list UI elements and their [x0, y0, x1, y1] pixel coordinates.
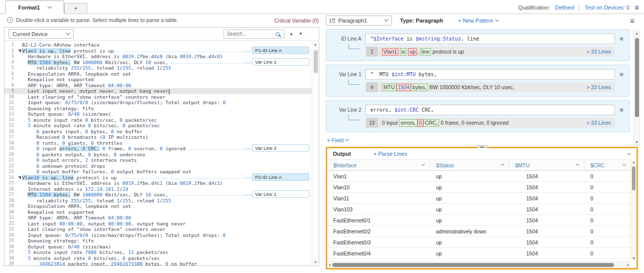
code-line-13[interactable]: 13 Output queue: 0/40 (size/max)	[5, 111, 312, 117]
tab-format1[interactable]: Format1	[5, 1, 64, 14]
code-line-14[interactable]: 14 5 minute input rate 0 bits/sec, 0 pac…	[5, 117, 312, 123]
code-line-22[interactable]: 22 0 unknown protocol drops	[5, 163, 312, 169]
code-line-16[interactable]: 16 0 packets input, 0 bytes, 0 no buffer	[5, 129, 312, 135]
scroll-right-icon[interactable]: ▸	[627, 263, 629, 266]
scroll-down-icon[interactable]: ▼	[314, 260, 317, 264]
line-label-var-line-1[interactable]: Var Line 1	[252, 58, 309, 66]
card-menu-icon[interactable]: ≡	[617, 35, 625, 43]
code-line-21[interactable]: 21 0 output errors, 2 interface resets	[5, 157, 312, 163]
code-line-20[interactable]: 20 0 packets output, 0 bytes, 0 underrun…	[5, 152, 312, 158]
code-line-29[interactable]: 29 Encapsulation ARPA, loopback not set	[5, 203, 312, 209]
scrollbar-thumb[interactable]	[632, 166, 635, 190]
fold-icon[interactable]	[18, 48, 22, 54]
pattern-input[interactable]: ^ MTU $int:MTU bytes,	[365, 69, 615, 80]
code-vertical-scrollbar[interactable]: ▲ ▼	[312, 41, 319, 265]
matched-lines-link[interactable]: > 33 Lines	[582, 49, 611, 55]
line-label-p2-id-line-a[interactable]: P2-ID Line A	[252, 173, 309, 181]
table-row[interactable]: Vlan11up15040	[327, 193, 630, 204]
code-line-32[interactable]: 32 Last input 00:00:00, output 00:00:00,…	[5, 221, 312, 227]
minimize-icon[interactable]: −	[627, 150, 631, 157]
code-line-15[interactable]: 15 5 minute output rate 0 bits/sec, 0 pa…	[5, 123, 312, 129]
matched-lines-link[interactable]: > 33 Lines	[582, 84, 611, 90]
critical-variable-link[interactable]: Critical Variable (0)	[261, 18, 319, 24]
literal-token[interactable]: bytes,	[411, 84, 428, 91]
scroll-down-icon[interactable]: ▼	[632, 256, 635, 260]
code-line-39[interactable]: 39 344623814 packets input, 29461673380 …	[5, 261, 312, 265]
line-label-p1-id-line-a[interactable]: P1-ID Line A	[252, 47, 309, 54]
add-field-button[interactable]: + Field	[327, 137, 348, 143]
literal-token[interactable]: is	[400, 48, 407, 56]
table-row[interactable]: FastEthernet0/3up15040	[327, 237, 630, 248]
search-prev-button[interactable]: ▲	[288, 32, 294, 36]
column-header-crc[interactable]: $CRC	[584, 160, 630, 170]
device-dropdown[interactable]: Current Device	[9, 29, 74, 39]
code-line-17[interactable]: 17 Received 0 broadcasts (0 IP multicast…	[5, 134, 312, 140]
code-line-34[interactable]: 34 Input queue: 0/75/0/0 (size/max/drops…	[5, 232, 312, 238]
code-line-6[interactable]: 6 Encapsulation ARPA, loopback not set	[5, 71, 312, 77]
test-on-devices-link[interactable]: Test on Devices: 0	[584, 5, 629, 11]
code-line-12[interactable]: 12 Queueing strategy: fifo	[5, 106, 312, 112]
table-row[interactable]: FastEthernet0/1up15040	[327, 215, 630, 226]
code-line-11[interactable]: 11 Input queue: 0/75/0/0 (size/max/drops…	[5, 100, 312, 106]
code-line-7[interactable]: 7 Keepalive not supported	[5, 77, 312, 83]
search-input[interactable]	[227, 31, 276, 37]
scrollbar-thumb[interactable]	[332, 263, 614, 267]
qualification-value-link[interactable]: Defined	[555, 5, 574, 11]
variable-token[interactable]: 0	[417, 119, 423, 127]
search-next-button[interactable]: ▼	[298, 32, 304, 36]
scroll-up-icon[interactable]: ▲	[632, 160, 635, 164]
output-collapse-handle[interactable]	[477, 145, 487, 148]
variable-token[interactable]: 1504	[396, 84, 411, 91]
code-line-30[interactable]: 30 Keepalive not supported	[5, 209, 312, 215]
add-tab-button[interactable]: +	[64, 3, 87, 14]
table-row[interactable]: FastEthernet0/2administratively down1504…	[327, 226, 630, 237]
code-line-36[interactable]: 36 Output queue: 0/40 (size/max)	[5, 244, 312, 250]
table-row[interactable]: Vlan10up15040	[327, 182, 630, 193]
code-line-35[interactable]: 35 Queueing strategy: fifo	[5, 238, 312, 244]
scrollbar-thumb[interactable]	[635, 38, 639, 117]
new-pattern-button[interactable]: + New Pattern	[458, 18, 498, 24]
table-row[interactable]: Vlan103up15040	[327, 204, 630, 215]
code-line-9[interactable]: 9 Last input never, output never, output…	[5, 88, 312, 94]
code-line-31[interactable]: 31 ARP type: ARPA, ARP Timeout 04:00:00	[5, 215, 312, 221]
code-line-28[interactable]: 28 reliability 255/255, txload 1/255, rx…	[5, 198, 312, 204]
card-menu-icon[interactable]: ≡	[617, 71, 625, 78]
literal-token[interactable]: errors,	[399, 119, 417, 127]
code-line-38[interactable]: 38 5 minute output rate 0 bits/sec, 0 pa…	[5, 255, 312, 261]
output-horizontal-scrollbar[interactable]: ◂ ▸	[327, 261, 630, 268]
variable-token[interactable]: up	[408, 48, 417, 56]
literal-token[interactable]: CRC,	[423, 119, 440, 127]
literal-token[interactable]: MTU	[382, 84, 396, 91]
scrollbar-thumb[interactable]	[314, 50, 318, 73]
line-label-var-line-1[interactable]: Var Line 1	[252, 190, 309, 198]
scroll-up-icon[interactable]: ▲	[314, 43, 317, 46]
literal-token[interactable]: line	[420, 48, 431, 56]
output-vertical-scrollbar[interactable]: ▲ ▼	[630, 159, 636, 261]
scroll-left-icon[interactable]: ◂	[329, 263, 331, 266]
variable-token[interactable]: Vlan1	[382, 48, 398, 56]
fold-icon[interactable]	[18, 175, 22, 181]
code-line-8[interactable]: 8 ARP type: ARPA, ARP Timeout 04:00:00	[5, 83, 312, 89]
pattern-menu-icon[interactable]: ≡	[630, 17, 634, 25]
scrollbar-track[interactable]	[332, 262, 626, 267]
parse-lines-button[interactable]: + Parse Lines	[373, 151, 407, 157]
pattern-input[interactable]: errors, $int:CRC CRC,	[365, 105, 615, 115]
code-line-25[interactable]: 25 Hardware is EtherSVI, address is 0019…	[5, 180, 312, 186]
column-header-status[interactable]: $Status	[430, 160, 509, 170]
scroll-down-icon[interactable]: ▼	[635, 140, 638, 144]
line-label-var-line-2[interactable]: Var Line 2	[252, 144, 309, 152]
pattern-input[interactable]: ^$Interface is $mstring:Status, line	[365, 34, 615, 44]
table-row[interactable]: Vlan1up15040	[327, 171, 630, 182]
code-line-37[interactable]: 37 5 minute input rate 7000 bits/sec, 11…	[5, 249, 312, 255]
card-menu-icon[interactable]: ≡	[617, 106, 625, 114]
paragraph-dropdown[interactable]: Paragraph1	[326, 16, 392, 26]
table-row[interactable]: FastEthernet0/4up15040	[327, 248, 630, 259]
code-line-5[interactable]: 5 reliability 255/255, txload 1/255, rxl…	[5, 65, 312, 71]
code-line-10[interactable]: 10 Last clearing of "show interface" cou…	[5, 94, 312, 100]
matched-lines-link[interactable]: > 33 Lines	[582, 120, 611, 126]
scroll-up-icon[interactable]: ▲	[635, 32, 638, 35]
cards-vertical-scrollbar[interactable]: ▲ ▼	[633, 30, 640, 145]
search-icon[interactable]	[276, 32, 280, 36]
column-header-interface[interactable]: $Interface	[327, 160, 430, 170]
column-header-mtu[interactable]: $MTU	[509, 160, 584, 170]
